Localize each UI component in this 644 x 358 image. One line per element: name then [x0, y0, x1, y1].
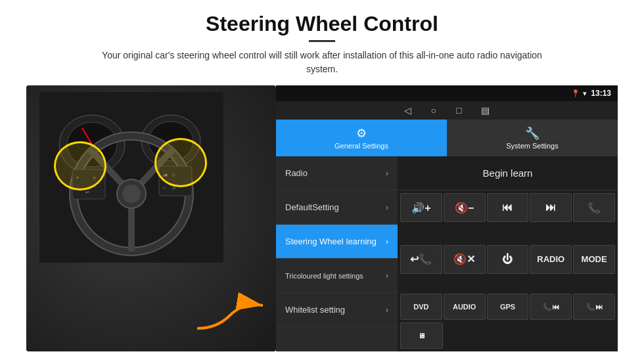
- highlight-right: [154, 138, 207, 187]
- vol-up-button[interactable]: 🔊+: [400, 193, 442, 222]
- page-subtitle: Your original car's steering wheel contr…: [99, 49, 545, 76]
- mode-button[interactable]: MODE: [573, 245, 615, 274]
- tab-system[interactable]: 🔧 System Settings: [447, 120, 618, 156]
- svg-text:↩: ↩: [85, 190, 89, 194]
- nav-home-icon[interactable]: ○: [431, 105, 436, 116]
- gps-label: GPS: [500, 303, 515, 311]
- title-divider: [309, 40, 335, 42]
- left-menu: Radio › DefaultSetting › Steering Wheel …: [276, 156, 398, 351]
- menu-item-steering[interactable]: Steering Wheel learning ›: [276, 225, 398, 259]
- dvd-label: DVD: [413, 303, 428, 311]
- menu-item-tricoloured[interactable]: Tricoloured light settings ›: [276, 259, 398, 293]
- highlight-left: [54, 141, 106, 190]
- next-track-button[interactable]: ⏭: [530, 193, 572, 222]
- tel-prev-icon: 📞⏮: [543, 303, 559, 311]
- begin-learn-button[interactable]: Begin learn: [483, 168, 533, 179]
- chevron-icon: ›: [386, 203, 388, 212]
- android-panel: 📍 ▾ 13:13 ◁ ○ □ ▤ ⚙ General Settings 🔧: [276, 85, 618, 351]
- vol-up-icon: 🔊+: [411, 202, 430, 214]
- tab-general-label: General Settings: [334, 142, 388, 150]
- status-time: 13:13: [591, 89, 611, 98]
- content-row: + - ↩ ≡ 🚗 ◇ ○ ◇: [26, 85, 618, 351]
- tab-general[interactable]: ⚙ General Settings: [276, 120, 447, 156]
- radio-label: RADIO: [537, 254, 564, 264]
- radio-button[interactable]: RADIO: [530, 245, 572, 274]
- system-settings-icon: 🔧: [525, 126, 540, 141]
- prev-track-icon: ⏮: [502, 202, 513, 213]
- chevron-icon: ›: [386, 305, 388, 315]
- audio-label: AUDIO: [453, 303, 476, 311]
- menu-item-whitelist[interactable]: Whitelist setting ›: [276, 293, 398, 327]
- phone-icon: 📞: [587, 202, 601, 214]
- status-bar: 📍 ▾ 13:13: [276, 85, 618, 101]
- location-icon: 📍: [571, 89, 580, 98]
- phone-button[interactable]: 📞: [573, 193, 615, 222]
- wifi-icon: ▾: [583, 89, 587, 98]
- page-title: Steering Wheel Control: [206, 12, 438, 36]
- svg-point-12: [122, 185, 141, 203]
- audio-button[interactable]: AUDIO: [444, 294, 486, 320]
- menu-item-default[interactable]: DefaultSetting ›: [276, 190, 398, 225]
- pickup-button[interactable]: ↩📞: [400, 245, 442, 274]
- mode-label: MODE: [582, 254, 607, 264]
- chevron-icon: ›: [386, 271, 388, 280]
- begin-learn-row: Begin learn: [398, 156, 618, 190]
- dvd-button[interactable]: DVD: [400, 294, 442, 320]
- next-track-icon: ⏭: [545, 202, 556, 213]
- vol-down-button[interactable]: 🔇−: [444, 193, 486, 222]
- controls-grid-row1: 🔊+ 🔇− ⏮ ⏭ 📞: [398, 190, 618, 242]
- screen-icon: 🖥: [418, 332, 425, 340]
- status-icons: 📍 ▾: [571, 89, 587, 98]
- menu-item-radio[interactable]: Radio ›: [276, 156, 398, 190]
- prev-track-button[interactable]: ⏮: [487, 193, 529, 222]
- right-controls: Begin learn 🔊+ 🔇− ⏮: [398, 156, 618, 351]
- chevron-icon: ›: [386, 169, 388, 178]
- tabs-row: ⚙ General Settings 🔧 System Settings: [276, 120, 618, 156]
- nav-back-icon[interactable]: ◁: [404, 105, 411, 116]
- chevron-icon: ›: [386, 237, 388, 246]
- nav-cast-icon[interactable]: ▤: [481, 105, 490, 116]
- steering-wheel-image: + - ↩ ≡ 🚗 ◇ ○ ◇: [26, 85, 276, 351]
- controls-grid-row3: DVD AUDIO GPS 📞⏮ 📞⏭: [398, 294, 618, 323]
- power-button[interactable]: ⏻: [487, 245, 529, 274]
- nav-recent-icon[interactable]: □: [456, 105, 461, 116]
- screen-button[interactable]: 🖥: [400, 323, 443, 349]
- mute-button[interactable]: 🔇✕: [444, 245, 486, 274]
- tel-prev-button[interactable]: 📞⏮: [530, 294, 572, 320]
- tel-next-button[interactable]: 📞⏭: [573, 294, 615, 320]
- svg-text:○: ○: [163, 185, 166, 190]
- controls-extra-row: 🖥: [398, 323, 618, 351]
- menu-controls: Radio › DefaultSetting › Steering Wheel …: [276, 156, 618, 351]
- mute-icon: 🔇✕: [453, 253, 475, 265]
- controls-grid-row2: ↩📞 🔇✕ ⏻ RADIO MODE: [398, 242, 618, 294]
- vol-down-icon: 🔇−: [455, 202, 474, 214]
- arrow-indicator: [191, 292, 269, 338]
- power-icon: ⏻: [502, 254, 513, 265]
- tab-system-label: System Settings: [506, 142, 558, 150]
- gps-button[interactable]: GPS: [487, 294, 529, 320]
- nav-bar: ◁ ○ □ ▤: [276, 101, 618, 120]
- pickup-icon: ↩📞: [410, 253, 432, 265]
- general-settings-icon: ⚙: [356, 126, 367, 141]
- tel-next-icon: 📞⏭: [586, 303, 603, 311]
